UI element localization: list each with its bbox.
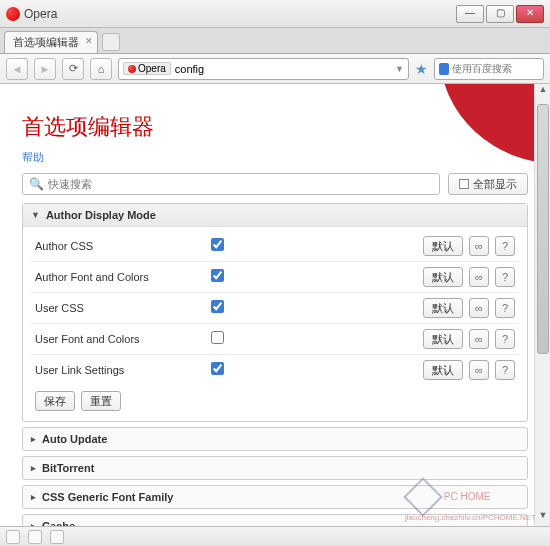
reload-button[interactable]: ⟳ bbox=[62, 58, 84, 80]
setting-label: User CSS bbox=[35, 302, 205, 314]
tab-title: 首选项编辑器 bbox=[13, 36, 79, 48]
search-row: 🔍 全部显示 bbox=[22, 173, 528, 195]
minimize-button[interactable]: — bbox=[456, 5, 484, 23]
link-button[interactable]: ∞ bbox=[469, 298, 489, 318]
link-button[interactable]: ∞ bbox=[469, 236, 489, 256]
setting-row: Author CSS默认∞? bbox=[31, 231, 519, 261]
content-viewport: 首选项编辑器 帮助 🔍 全部显示 ▼ Author Display Mode A… bbox=[0, 84, 550, 526]
setting-checkbox[interactable] bbox=[211, 238, 224, 251]
section-collapsed: ▸BitTorrent bbox=[22, 456, 528, 480]
search-bar[interactable] bbox=[434, 58, 544, 80]
panel-icon[interactable] bbox=[6, 530, 20, 544]
status-bar bbox=[0, 526, 550, 546]
section-title: CSS Generic Font Family bbox=[42, 491, 173, 503]
section-body: Author CSS默认∞?Author Font and Colors默认∞?… bbox=[23, 227, 527, 421]
page-title: 首选项编辑器 bbox=[22, 112, 528, 142]
show-all-checkbox-icon bbox=[459, 179, 469, 189]
help-button[interactable]: ? bbox=[495, 298, 515, 318]
setting-label: Author Font and Colors bbox=[35, 271, 205, 283]
section-title: Auto Update bbox=[42, 433, 107, 445]
dropdown-icon[interactable]: ▼ bbox=[395, 64, 404, 74]
setting-row: Author Font and Colors默认∞? bbox=[31, 261, 519, 292]
help-link[interactable]: 帮助 bbox=[22, 150, 44, 165]
show-all-button[interactable]: 全部显示 bbox=[448, 173, 528, 195]
setting-checkbox[interactable] bbox=[211, 300, 224, 313]
help-button[interactable]: ? bbox=[495, 360, 515, 380]
chevron-right-icon: ▸ bbox=[31, 463, 36, 473]
opera-dot-icon bbox=[128, 65, 136, 73]
quick-search-box[interactable]: 🔍 bbox=[22, 173, 440, 195]
section-header[interactable]: ▸BitTorrent bbox=[23, 457, 527, 479]
url-bar[interactable]: Opera ▼ bbox=[118, 58, 409, 80]
vertical-scrollbar[interactable]: ▲ ▼ bbox=[534, 84, 550, 526]
back-button[interactable]: ◄ bbox=[6, 58, 28, 80]
search-input[interactable] bbox=[452, 63, 539, 74]
setting-control bbox=[211, 362, 417, 378]
setting-checkbox[interactable] bbox=[211, 331, 224, 344]
url-scheme-pill: Opera bbox=[123, 62, 171, 75]
section-author-display-mode: ▼ Author Display Mode Author CSS默认∞?Auth… bbox=[22, 203, 528, 422]
default-button[interactable]: 默认 bbox=[423, 360, 463, 380]
reset-button[interactable]: 重置 bbox=[81, 391, 121, 411]
bookmark-star-icon[interactable]: ★ bbox=[415, 61, 428, 77]
window-controls: — ▢ ✕ bbox=[456, 5, 544, 23]
default-button[interactable]: 默认 bbox=[423, 267, 463, 287]
section-header-author-display-mode[interactable]: ▼ Author Display Mode bbox=[23, 204, 527, 227]
section-collapsed: ▸CSS Generic Font Family bbox=[22, 485, 528, 509]
setting-control bbox=[211, 269, 417, 285]
search-engine-icon bbox=[439, 63, 449, 75]
window-title: Opera bbox=[24, 7, 456, 21]
tab-active[interactable]: 首选项编辑器 ✕ bbox=[4, 31, 98, 53]
section-title: BitTorrent bbox=[42, 462, 94, 474]
scroll-up-icon[interactable]: ▲ bbox=[535, 84, 550, 100]
setting-label: User Font and Colors bbox=[35, 333, 205, 345]
tab-close-icon[interactable]: ✕ bbox=[85, 36, 93, 46]
setting-control bbox=[211, 331, 417, 347]
new-tab-button[interactable] bbox=[102, 33, 120, 51]
chevron-right-icon: ▸ bbox=[31, 434, 36, 444]
default-button[interactable]: 默认 bbox=[423, 236, 463, 256]
default-button[interactable]: 默认 bbox=[423, 329, 463, 349]
forward-button[interactable]: ► bbox=[34, 58, 56, 80]
link-button[interactable]: ∞ bbox=[469, 360, 489, 380]
sync-icon[interactable] bbox=[28, 530, 42, 544]
opera-icon bbox=[6, 7, 20, 21]
save-reset-row: 保存重置 bbox=[31, 385, 519, 413]
quick-search-input[interactable] bbox=[48, 178, 433, 190]
setting-checkbox[interactable] bbox=[211, 362, 224, 375]
setting-row: User Font and Colors默认∞? bbox=[31, 323, 519, 354]
window-titlebar: Opera — ▢ ✕ bbox=[0, 0, 550, 28]
chevron-right-icon: ▸ bbox=[31, 492, 36, 502]
setting-row: User Link Settings默认∞? bbox=[31, 354, 519, 385]
help-button[interactable]: ? bbox=[495, 329, 515, 349]
setting-control bbox=[211, 300, 417, 316]
setting-control bbox=[211, 238, 417, 254]
setting-label: User Link Settings bbox=[35, 364, 205, 376]
scroll-thumb[interactable] bbox=[537, 104, 549, 354]
close-button[interactable]: ✕ bbox=[516, 5, 544, 23]
show-all-label: 全部显示 bbox=[473, 177, 517, 192]
url-input[interactable] bbox=[175, 63, 391, 75]
link-button[interactable]: ∞ bbox=[469, 267, 489, 287]
help-button[interactable]: ? bbox=[495, 236, 515, 256]
section-header[interactable]: ▸Cache bbox=[23, 515, 527, 526]
chevron-down-icon: ▼ bbox=[31, 210, 40, 220]
help-button[interactable]: ? bbox=[495, 267, 515, 287]
save-button[interactable]: 保存 bbox=[35, 391, 75, 411]
setting-row: User CSS默认∞? bbox=[31, 292, 519, 323]
section-collapsed: ▸Auto Update bbox=[22, 427, 528, 451]
config-page: 首选项编辑器 帮助 🔍 全部显示 ▼ Author Display Mode A… bbox=[0, 84, 550, 526]
section-header[interactable]: ▸Auto Update bbox=[23, 428, 527, 450]
default-button[interactable]: 默认 bbox=[423, 298, 463, 318]
url-scheme-label: Opera bbox=[138, 63, 166, 74]
setting-checkbox[interactable] bbox=[211, 269, 224, 282]
search-icon: 🔍 bbox=[29, 177, 44, 191]
scroll-down-icon[interactable]: ▼ bbox=[535, 510, 550, 526]
link-button[interactable]: ∞ bbox=[469, 329, 489, 349]
section-title: Author Display Mode bbox=[46, 209, 156, 221]
tab-strip: 首选项编辑器 ✕ bbox=[0, 28, 550, 54]
section-header[interactable]: ▸CSS Generic Font Family bbox=[23, 486, 527, 508]
turbo-icon[interactable] bbox=[50, 530, 64, 544]
home-button[interactable]: ⌂ bbox=[90, 58, 112, 80]
maximize-button[interactable]: ▢ bbox=[486, 5, 514, 23]
